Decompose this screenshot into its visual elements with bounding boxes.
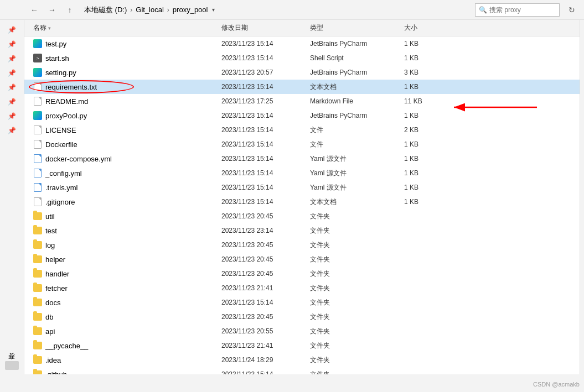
file-size: 1 KB	[404, 83, 459, 91]
header-size[interactable]: 大小	[404, 23, 459, 33]
file-size: 1 KB	[404, 198, 459, 206]
file-type: 文本文档	[310, 197, 404, 207]
file-type: 文件夹	[310, 312, 404, 322]
file-icon-el	[34, 126, 42, 134]
table-row[interactable]: docs2023/11/23 15:14文件夹	[24, 295, 580, 310]
file-size: 3 KB	[404, 69, 459, 76]
table-row[interactable]: test2023/11/23 23:14文件夹	[24, 223, 580, 238]
search-box[interactable]: 🔍	[475, 3, 560, 17]
file-size: 1 KB	[404, 112, 459, 119]
file-type: 文本文档	[310, 82, 404, 92]
file-date: 2023/11/23 15:14	[221, 299, 310, 306]
forward-button[interactable]: →	[44, 2, 60, 18]
file-name-text: handler	[45, 270, 69, 278]
file-date: 2023/11/23 20:45	[221, 270, 310, 278]
file-name-text: util	[45, 212, 55, 221]
refresh-button[interactable]: ↻	[564, 2, 580, 18]
file-date: 2023/11/23 15:14	[221, 370, 310, 374]
sort-name-icon: ▾	[48, 25, 51, 31]
scrollbar[interactable]	[580, 20, 584, 374]
pin-icon-5[interactable]: 📌	[7, 82, 18, 93]
pin-icon-4[interactable]: 📌	[7, 67, 18, 79]
file-name-text: .idea	[45, 356, 61, 364]
table-row[interactable]: requirements.txt2023/11/23 15:14文本文档1 KB	[24, 80, 580, 94]
table-row[interactable]: test.py2023/11/23 15:14JetBrains PyCharm…	[24, 36, 580, 51]
table-row[interactable]: Dockerfile2023/11/23 15:14文件1 KB	[24, 137, 580, 151]
file-date: 2023/11/23 20:45	[221, 313, 310, 321]
table-row[interactable]: helper2023/11/23 20:45文件夹	[24, 252, 580, 266]
table-row[interactable]: docker-compose.yml2023/11/23 15:14Yaml 源…	[24, 151, 580, 166]
table-row[interactable]: .gitignore2023/11/23 15:14文本文档1 KB	[24, 195, 580, 209]
table-row[interactable]: README.md2023/11/23 17:25Markdown File11…	[24, 94, 580, 108]
file-size: 1 KB	[404, 169, 459, 177]
table-row[interactable]: api2023/11/23 20:55文件夹	[24, 324, 580, 338]
table-row[interactable]: db2023/11/23 20:45文件夹	[24, 310, 580, 324]
up-button[interactable]: ↑	[62, 2, 77, 18]
file-name-text: __pycache__	[45, 342, 88, 350]
side-tab[interactable]: 赛	[5, 361, 19, 370]
table-row[interactable]: __pycache__2023/11/23 21:41文件夹	[24, 338, 580, 353]
pin-icon-3[interactable]: 📌	[7, 53, 18, 64]
file-name-text: Dockerfile	[45, 140, 77, 149]
pin-icon-1[interactable]: 📌	[7, 24, 18, 35]
file-name-cell: proxyPool.py	[33, 111, 221, 120]
file-date: 2023/11/23 21:41	[221, 284, 310, 292]
file-date: 2023/11/23 15:14	[221, 40, 310, 48]
table-row[interactable]: LICENSE2023/11/23 15:14文件2 KB	[24, 123, 580, 137]
folder-icon	[33, 255, 42, 263]
breadcrumb-git[interactable]: Git_local	[136, 6, 164, 14]
file-name-cell: setting.py	[33, 68, 221, 77]
pin-icon-2[interactable]: 📌	[7, 39, 18, 50]
table-row[interactable]: setting.py2023/11/23 20:57JetBrains PyCh…	[24, 65, 580, 80]
file-type: 文件夹	[310, 255, 404, 264]
file-name-text: proxyPool.py	[45, 112, 87, 120]
folder-icon	[33, 227, 42, 234]
file-type: 文件夹	[310, 226, 404, 236]
breadcrumb-dropdown-icon[interactable]: ▾	[212, 7, 215, 13]
table-row[interactable]: fetcher2023/11/23 21:41文件夹	[24, 281, 580, 295]
file-name-text: test	[45, 227, 57, 235]
file-date: 2023/11/23 15:14	[221, 112, 310, 119]
content-area: 📌 📌 📌 📌 📌 📌 📌 📌 赛 名称 ▾ 修改日期 类型 大小	[0, 20, 584, 374]
folder-icon	[33, 370, 42, 374]
file-name-cell: docker-compose.yml	[33, 154, 221, 163]
file-list-header: 名称 ▾ 修改日期 类型 大小	[24, 20, 580, 36]
table-row[interactable]: util2023/11/23 20:45文件夹	[24, 209, 580, 223]
file-name-text: log	[45, 241, 55, 249]
file-date: 2023/11/23 15:14	[221, 169, 310, 177]
breadcrumb-disk[interactable]: 本地磁盘 (D:)	[84, 5, 127, 15]
table-row[interactable]: _config.yml2023/11/23 15:14Yaml 源文件1 KB	[24, 166, 580, 180]
file-date: 2023/11/23 15:14	[221, 83, 310, 91]
file-name-cell: log	[33, 241, 221, 249]
table-row[interactable]: .travis.yml2023/11/23 15:14Yaml 源文件1 KB	[24, 180, 580, 195]
header-name[interactable]: 名称 ▾	[33, 23, 221, 33]
table-row[interactable]: >start.sh2023/11/23 15:14Shell Script1 K…	[24, 51, 580, 65]
txt-icon	[34, 82, 42, 91]
table-row[interactable]: log2023/11/23 20:45文件夹	[24, 238, 580, 252]
shell-icon: >	[33, 54, 42, 62]
search-input[interactable]	[489, 6, 556, 14]
file-name-text: start.sh	[45, 54, 69, 62]
file-size: 1 KB	[404, 184, 459, 191]
file-rows: test.py2023/11/23 15:14JetBrains PyCharm…	[24, 36, 580, 374]
file-name-text: setting.py	[45, 69, 76, 77]
pin-icon-8[interactable]: 📌	[7, 125, 18, 136]
file-date: 2023/11/23 15:14	[221, 54, 310, 62]
pin-icon-7[interactable]: 📌	[7, 111, 18, 122]
file-name-text: requirements.txt	[45, 83, 97, 91]
md-icon	[34, 97, 42, 106]
file-date: 2023/11/23 20:45	[221, 241, 310, 249]
header-type[interactable]: 类型	[310, 23, 404, 33]
file-name-text: LICENSE	[45, 126, 76, 134]
table-row[interactable]: .github2023/11/23 15:14文件夹	[24, 367, 580, 374]
file-name-cell: docs	[33, 298, 221, 307]
file-name-cell: LICENSE	[33, 126, 221, 134]
file-name-cell: >start.sh	[33, 54, 221, 62]
table-row[interactable]: handler2023/11/23 20:45文件夹	[24, 266, 580, 281]
yaml-icon	[34, 154, 42, 163]
back-button[interactable]: ←	[27, 2, 42, 18]
table-row[interactable]: .idea2023/11/24 18:29文件夹	[24, 353, 580, 367]
header-date[interactable]: 修改日期	[221, 23, 310, 33]
pin-icon-6[interactable]: 📌	[7, 96, 18, 107]
table-row[interactable]: proxyPool.py2023/11/23 15:14JetBrains Py…	[24, 108, 580, 123]
